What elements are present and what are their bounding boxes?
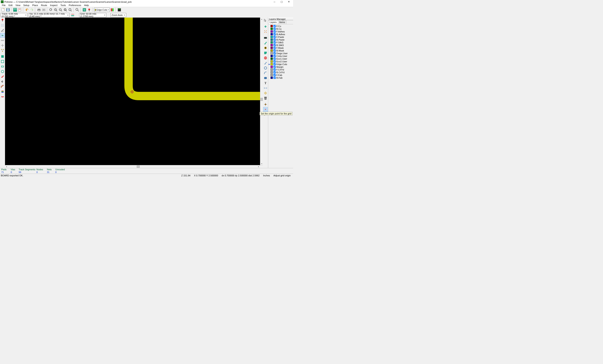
route-track-icon[interactable]	[263, 41, 268, 45]
layer-row[interactable]: B.Paste	[268, 38, 293, 41]
load-netlist-icon[interactable]: N	[82, 8, 87, 12]
zoom-redraw-icon[interactable]	[48, 8, 53, 12]
track-width-select[interactable]: Track: 9.84 mils (0.250 mm) *▾	[1, 13, 27, 17]
grid-origin-icon[interactable]	[263, 107, 268, 112]
layer-row[interactable]: Eco2.User	[268, 60, 293, 63]
layer-row[interactable]: F.Cu	[268, 25, 293, 27]
vertical-scrollbar[interactable]: ▴ ▾	[260, 18, 263, 165]
save-icon[interactable]	[6, 8, 10, 12]
add-via-icon[interactable]	[263, 46, 268, 50]
layer-visible-checkbox[interactable]	[273, 30, 276, 33]
polar-coords-icon[interactable]	[0, 28, 5, 33]
cursor-shape-icon[interactable]	[0, 43, 5, 48]
page-settings-icon[interactable]	[18, 8, 22, 12]
layer-visible-checkbox[interactable]	[273, 71, 276, 73]
layer-visible-checkbox[interactable]	[273, 36, 276, 38]
layer-visible-checkbox[interactable]	[273, 52, 276, 54]
zoom-select[interactable]: Zoom Auto▾	[111, 13, 126, 17]
zoom-out-icon[interactable]	[58, 8, 63, 12]
print-icon[interactable]	[37, 8, 41, 12]
tab-items[interactable]: Items	[278, 21, 286, 24]
drc-off-icon[interactable]	[0, 18, 5, 22]
scripting-icon[interactable]	[117, 8, 122, 12]
zoom-in-icon[interactable]	[53, 8, 58, 12]
layer-color-swatch[interactable]	[270, 74, 273, 76]
layer-visible-checkbox[interactable]	[273, 57, 276, 60]
scroll-right-icon[interactable]: ▸	[257, 165, 260, 168]
layer-select[interactable]: Edge.Cuts ▾	[94, 8, 110, 12]
layer-color-swatch[interactable]	[270, 49, 273, 52]
select-tool-icon[interactable]	[263, 18, 268, 22]
layer-visible-checkbox[interactable]	[273, 60, 276, 63]
menu-setup[interactable]: Setup	[22, 4, 31, 7]
menu-route[interactable]: Route	[40, 4, 48, 7]
highlight-net-icon[interactable]	[263, 24, 268, 29]
layer-row[interactable]: F.Adhes	[268, 30, 293, 33]
layer-color-swatch[interactable]	[270, 63, 273, 65]
undo-icon[interactable]	[25, 8, 29, 12]
menu-view[interactable]: View	[14, 4, 22, 7]
zoom-selection-icon[interactable]	[68, 8, 72, 12]
scroll-up-icon[interactable]: ▴	[260, 18, 263, 21]
layer-color-swatch[interactable]	[270, 66, 273, 68]
layer-color-swatch[interactable]	[270, 30, 273, 33]
drc-icon[interactable]	[87, 8, 92, 12]
add-text-icon[interactable]: T	[263, 81, 268, 85]
drill-origin-icon[interactable]	[263, 102, 268, 107]
layer-row[interactable]: Eco1.User	[268, 57, 293, 60]
horizontal-scrollbar[interactable]	[8, 165, 257, 168]
layer-visible-checkbox[interactable]	[273, 68, 276, 71]
menu-file[interactable]: File	[0, 4, 7, 7]
layer-row[interactable]: B.Adhes	[268, 33, 293, 35]
layer-color-swatch[interactable]	[270, 57, 273, 60]
layer-row[interactable]: F.Fab	[268, 74, 293, 76]
layer-color-swatch[interactable]	[270, 68, 273, 71]
track-display-mode-icon[interactable]	[0, 84, 5, 89]
scroll-left-icon[interactable]: ◂	[5, 165, 8, 168]
layer-visible-checkbox[interactable]	[273, 77, 276, 79]
grid-visible-icon[interactable]	[0, 23, 5, 28]
layer-color-swatch[interactable]	[270, 44, 273, 46]
add-circle-icon[interactable]	[263, 66, 268, 70]
track-outline-icon[interactable]	[0, 74, 5, 79]
layer-color-swatch[interactable]	[270, 55, 273, 57]
new-board-icon[interactable]	[1, 8, 5, 12]
units-mm-icon[interactable]: mm	[0, 38, 5, 43]
local-ratsnest-icon[interactable]	[263, 29, 268, 34]
layer-row[interactable]: F.SilkS	[268, 41, 293, 44]
layer-color-swatch[interactable]	[270, 41, 273, 44]
close-button[interactable]: ✕	[285, 0, 292, 4]
add-footprint-icon[interactable]	[263, 35, 268, 40]
layer-color-swatch[interactable]	[270, 60, 273, 63]
layer-color-swatch[interactable]	[270, 71, 273, 73]
layer-visible-checkbox[interactable]	[273, 25, 276, 27]
pad-outline-icon[interactable]	[0, 64, 5, 69]
layer-color-swatch[interactable]	[270, 28, 273, 30]
grid-select[interactable]: Grid: 50.00 mils (1.2700 mm)▾	[79, 13, 106, 17]
board-setup-icon[interactable]	[13, 8, 17, 12]
via-outline-icon[interactable]	[0, 69, 5, 74]
layer-color-swatch[interactable]	[270, 47, 273, 49]
show-filled-zones-icon[interactable]	[0, 54, 5, 59]
layer-pair-icon[interactable]	[110, 8, 115, 12]
layer-visible-checkbox[interactable]	[273, 74, 276, 76]
scroll-down-icon[interactable]: ▾	[260, 162, 263, 165]
layer-visible-checkbox[interactable]	[273, 66, 276, 68]
layer-row[interactable]: F.Paste	[268, 35, 293, 38]
layer-row[interactable]: Cmts.User	[268, 55, 293, 57]
add-arc-icon[interactable]	[263, 71, 268, 75]
layers-manager-icon[interactable]	[0, 89, 5, 94]
layer-color-swatch[interactable]	[270, 77, 273, 79]
add-line-icon[interactable]	[263, 61, 268, 65]
menu-help[interactable]: Help	[82, 4, 90, 7]
add-keepout-icon[interactable]	[263, 56, 268, 60]
layer-visible-checkbox[interactable]	[273, 33, 276, 35]
layer-row[interactable]: F.CrtYd	[268, 68, 293, 71]
layer-visible-checkbox[interactable]	[273, 47, 276, 49]
menu-preferences[interactable]: Preferences	[67, 4, 82, 7]
layer-row[interactable]: Dwgs.User	[268, 52, 293, 55]
zoom-fit-icon[interactable]	[63, 8, 68, 12]
auto-track-width-icon[interactable]	[70, 13, 75, 17]
layer-row[interactable]: ▶Edge.Cuts	[268, 63, 293, 66]
layer-row[interactable]: F.Mask	[268, 46, 293, 49]
